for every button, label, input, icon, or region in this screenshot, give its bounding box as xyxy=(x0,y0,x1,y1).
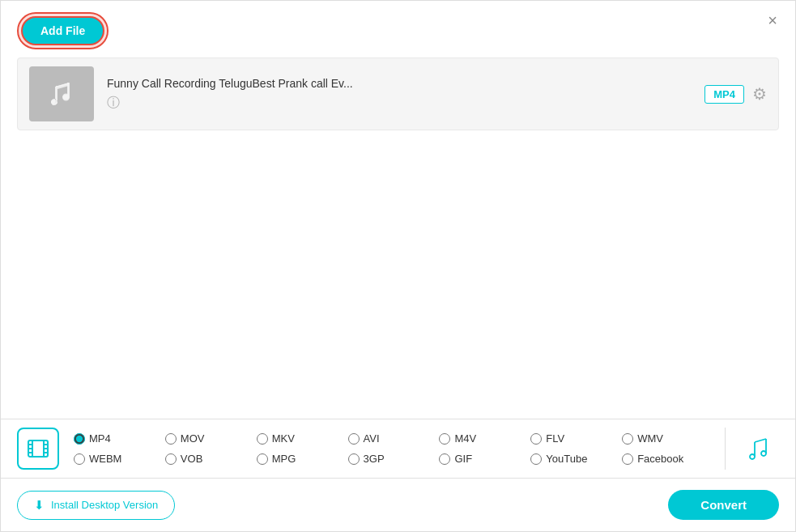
format-option-wmv[interactable]: WMV xyxy=(622,430,713,447)
format-bar: MP4 MOV MKV AVI M4V FLV WMV WEBM xyxy=(1,419,795,478)
app-container: × Add File Funny Call Recording Te xyxy=(0,0,796,532)
file-list-area: Funny Call Recording TeluguBest Prank ca… xyxy=(1,57,795,238)
format-divider xyxy=(725,428,726,470)
audio-note-icon xyxy=(745,436,771,462)
file-actions: MP4 ⚙ xyxy=(704,84,767,104)
format-badge: MP4 xyxy=(704,85,744,104)
file-info: Funny Call Recording TeluguBest Prank ca… xyxy=(107,77,704,112)
install-desktop-button[interactable]: ⬇ Install Desktop Version xyxy=(17,491,175,520)
info-icon[interactable]: ⓘ xyxy=(107,96,120,109)
svg-rect-2 xyxy=(56,86,57,100)
format-option-3gp[interactable]: 3GP xyxy=(348,450,440,467)
format-option-gif[interactable]: GIF xyxy=(439,450,530,467)
convert-button[interactable]: Convert xyxy=(668,490,779,520)
file-thumbnail xyxy=(29,66,94,121)
format-option-mkv[interactable]: MKV xyxy=(257,430,348,447)
footer-bar: ⬇ Install Desktop Version Convert xyxy=(1,478,795,531)
settings-icon[interactable]: ⚙ xyxy=(752,84,767,104)
audio-format-type-button[interactable] xyxy=(737,428,779,470)
middle-area xyxy=(1,238,795,419)
format-option-vob[interactable]: VOB xyxy=(165,450,257,467)
svg-line-16 xyxy=(755,439,766,442)
add-file-button[interactable]: Add File xyxy=(21,16,104,45)
format-option-avi[interactable]: AVI xyxy=(348,430,440,447)
format-option-webm[interactable]: WEBM xyxy=(74,450,165,467)
install-button-label: Install Desktop Version xyxy=(51,499,158,511)
format-option-youtube[interactable]: YouTube xyxy=(530,450,622,467)
close-button[interactable]: × xyxy=(763,11,782,30)
format-options-grid: MP4 MOV MKV AVI M4V FLV WMV WEBM xyxy=(74,430,713,467)
format-option-mp4[interactable]: MP4 xyxy=(74,430,165,447)
film-icon xyxy=(27,437,49,460)
format-option-mov[interactable]: MOV xyxy=(165,430,257,447)
top-bar: Add File xyxy=(1,1,795,57)
svg-marker-4 xyxy=(57,83,69,89)
format-option-facebook[interactable]: Facebook xyxy=(622,450,713,467)
file-name: Funny Call Recording TeluguBest Prank ca… xyxy=(107,77,704,90)
format-option-flv[interactable]: FLV xyxy=(530,430,622,447)
format-option-m4v[interactable]: M4V xyxy=(439,430,530,447)
video-format-type-button[interactable] xyxy=(17,428,59,470)
music-note-icon xyxy=(45,78,78,110)
add-file-wrapper: Add File xyxy=(17,12,109,49)
format-option-mpg[interactable]: MPG xyxy=(257,450,348,467)
download-icon: ⬇ xyxy=(34,498,45,513)
file-item: Funny Call Recording TeluguBest Prank ca… xyxy=(17,57,779,130)
